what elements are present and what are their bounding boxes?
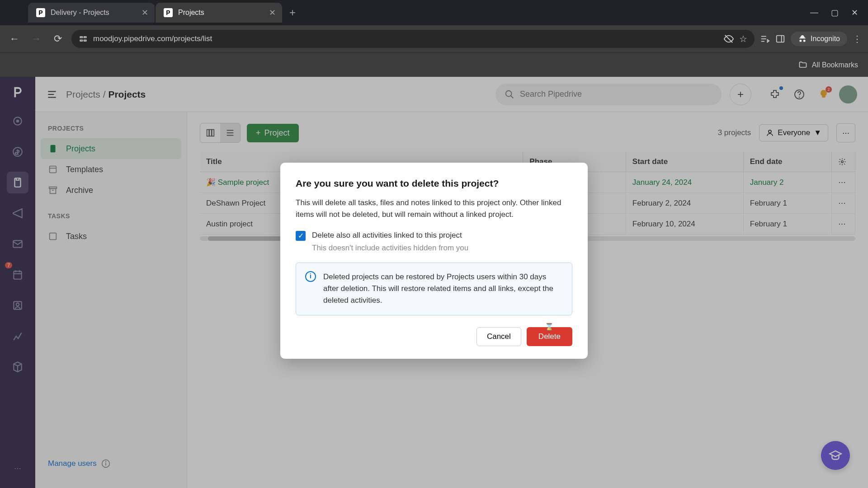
delete-modal: Are you sure you want to delete this pro…: [280, 163, 588, 359]
url-text: moodjoy.pipedrive.com/projects/list: [93, 34, 718, 43]
info-box: i Deleted projects can be restored by Pr…: [296, 263, 572, 315]
tab-bar: P Delivery - Projects ✕ P Projects ✕ + —…: [0, 0, 868, 25]
svg-marker-8: [768, 40, 769, 42]
modal-overlay[interactable]: Are you sure you want to delete this pro…: [0, 77, 868, 488]
reload-icon[interactable]: ⟳: [50, 31, 66, 47]
svg-rect-9: [777, 36, 784, 42]
incognito-icon: [798, 34, 807, 43]
close-icon[interactable]: ✕: [269, 8, 276, 18]
panel-icon[interactable]: [775, 34, 785, 44]
modal-actions: Cancel ⌛ Delete: [296, 327, 572, 346]
minimize-icon[interactable]: —: [810, 8, 818, 18]
close-window-icon[interactable]: ✕: [851, 8, 858, 18]
incognito-label: Incognito: [811, 35, 840, 43]
svg-rect-1: [84, 37, 86, 38]
favicon-icon: P: [164, 8, 173, 17]
back-icon[interactable]: ←: [6, 31, 23, 47]
browser-tab[interactable]: P Delivery - Projects ✕: [28, 3, 155, 23]
info-text: Deleted projects can be restored by Proj…: [323, 271, 563, 307]
all-bookmarks-link[interactable]: All Bookmarks: [812, 61, 858, 69]
info-icon: i: [305, 271, 316, 282]
address-bar: ← → ⟳ moodjoy.pipedrive.com/projects/lis…: [0, 25, 868, 52]
modal-body: This will delete all tasks, files and no…: [296, 197, 572, 221]
maximize-icon[interactable]: ▢: [831, 8, 839, 18]
checkbox-row: ✓ Delete also all activities linked to t…: [296, 231, 572, 241]
menu-icon[interactable]: ⋮: [853, 33, 862, 44]
window-controls: — ▢ ✕: [810, 8, 868, 18]
forward-icon[interactable]: →: [28, 31, 44, 47]
modal-title: Are you sure you want to delete this pro…: [296, 178, 572, 189]
incognito-chip[interactable]: Incognito: [791, 32, 847, 46]
url-input[interactable]: moodjoy.pipedrive.com/projects/list ☆: [71, 30, 755, 48]
close-icon[interactable]: ✕: [142, 8, 148, 18]
tab-title: Delivery - Projects: [51, 9, 142, 17]
hourglass-cursor-icon: ⌛: [545, 323, 554, 331]
checkbox-label: Delete also all activities linked to thi…: [312, 231, 462, 241]
tab-title: Projects: [178, 9, 269, 17]
site-settings-icon[interactable]: [79, 34, 88, 43]
star-icon[interactable]: ☆: [739, 33, 747, 44]
cancel-button[interactable]: Cancel: [476, 327, 521, 346]
svg-rect-0: [80, 37, 82, 38]
svg-rect-3: [84, 40, 86, 42]
playlist-icon[interactable]: [760, 34, 770, 44]
app-root: 7 ⋯ Projects / Projects: [0, 77, 868, 488]
favicon-icon: P: [36, 8, 45, 17]
new-tab-button[interactable]: +: [289, 6, 296, 19]
browser-chrome: P Delivery - Projects ✕ P Projects ✕ + —…: [0, 0, 868, 77]
bookmark-bar: All Bookmarks: [0, 52, 868, 77]
checkbox-hint: This doesn't include activities hidden f…: [312, 244, 572, 253]
delete-activities-checkbox[interactable]: ✓: [296, 231, 306, 241]
delete-button[interactable]: ⌛ Delete: [527, 327, 572, 346]
eye-off-icon[interactable]: [724, 34, 734, 44]
browser-tab[interactable]: P Projects ✕: [156, 3, 282, 23]
folder-icon: [798, 61, 807, 70]
svg-rect-2: [80, 40, 82, 42]
